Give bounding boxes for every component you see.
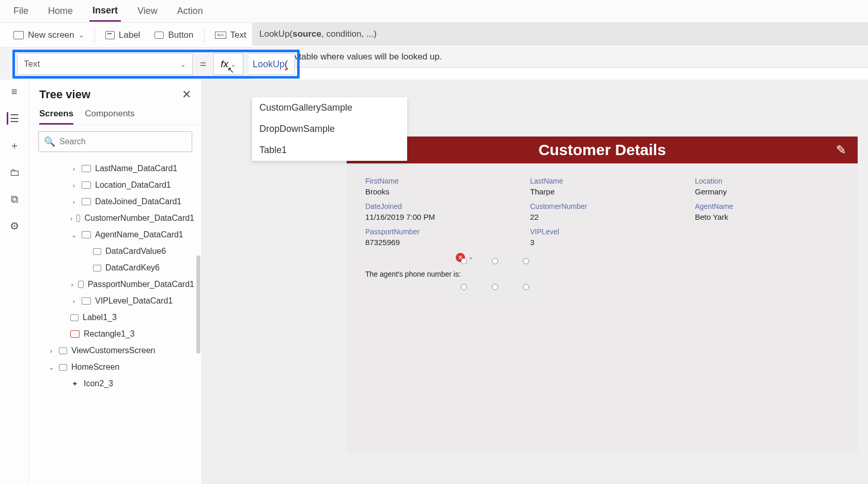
field-label: VIPLevel [530, 228, 674, 236]
formula-fn: LookUp [253, 59, 285, 70]
label-text: Label [119, 30, 141, 40]
tree-node[interactable]: ›ViewCustomersScreen [33, 342, 197, 359]
search-input[interactable] [59, 137, 187, 146]
menu-view[interactable]: View [134, 2, 161, 21]
expand-icon[interactable]: › [70, 281, 74, 289]
tree-node-label: PassportNumber_DataCard1 [88, 280, 194, 289]
app-preview: ‹ Customer Details ✎ FirstNameBrooksLast… [347, 137, 858, 453]
tree-node[interactable]: ›PassportNumber_DataCard1 [33, 276, 197, 293]
separator [95, 28, 95, 42]
resize-handle[interactable] [492, 284, 498, 290]
field-value: 87325969 [365, 238, 509, 247]
tree-node[interactable]: ›LastName_DataCard1 [33, 160, 197, 177]
button-label: Button [168, 30, 193, 40]
formula-input[interactable]: LookUp( [249, 53, 295, 75]
data-rail-icon[interactable]: 🗀 [8, 166, 21, 178]
screen-icon [59, 364, 67, 371]
menu-action[interactable]: Action [174, 2, 206, 21]
field-label: Location [695, 177, 839, 185]
menu-insert[interactable]: Insert [89, 1, 121, 22]
selected-control[interactable]: ✕ ⌄ [464, 261, 526, 287]
hamburger-icon[interactable]: ≡ [11, 86, 18, 98]
tree-node[interactable]: ›Location_DataCard1 [33, 177, 197, 193]
menu-bar: File Home Insert View Action [0, 0, 868, 23]
menu-home[interactable]: Home [45, 2, 76, 21]
label-button[interactable]: Label [98, 27, 148, 43]
sig-pre: LookUp( [259, 29, 292, 39]
resize-handle[interactable] [492, 258, 498, 264]
scrollbar-thumb[interactable] [196, 255, 200, 354]
fx-button[interactable]: fx ⌄ [213, 53, 243, 75]
resize-handle[interactable] [461, 258, 467, 264]
close-icon[interactable]: ✕ [182, 88, 191, 101]
form-grid: FirstNameBrooksLastNameTharpeLocationGer… [347, 163, 858, 252]
tree-node[interactable]: DataCardKey6 [33, 260, 197, 276]
form-field: CustomerNumber22 [530, 202, 674, 221]
body: ≡ ☰ ＋ 🗀 ⧉ ⚙ Tree view ✕ Screens Componen… [0, 80, 868, 484]
resize-handle[interactable] [461, 284, 467, 290]
card-icon [82, 182, 91, 189]
suggest-option[interactable]: Table1 [252, 140, 407, 161]
card-icon [82, 198, 91, 205]
menu-file[interactable]: File [10, 2, 32, 21]
expand-icon[interactable]: › [70, 215, 72, 222]
tree-node[interactable]: Label1_3 [33, 309, 197, 326]
tree-node-label: DateJoined_DataCard1 [95, 197, 181, 206]
field-label: AgentName [695, 202, 839, 210]
tab-components[interactable]: Components [85, 104, 134, 125]
tutorial-highlight: Text ⌄ = fx ⌄ LookUp( [12, 50, 300, 79]
property-name: Text [24, 59, 40, 69]
suggest-option[interactable]: CustomGallerySample [252, 97, 407, 118]
resize-handle[interactable] [523, 258, 529, 264]
new-screen-button[interactable]: New screen ⌄ [6, 27, 91, 43]
expand-icon[interactable]: › [70, 198, 78, 206]
expand-icon[interactable]: › [70, 182, 78, 189]
tree-node[interactable]: ⌄AgentName_DataCard1 [33, 226, 197, 243]
tree-node[interactable]: ⌄HomeScreen [33, 359, 197, 375]
chevron-down-icon[interactable]: ⌄ [468, 253, 474, 261]
tree-node-label: Rectangle1_3 [84, 329, 135, 339]
app-title: Customer Details [538, 141, 666, 159]
collapse-icon[interactable]: ⌄ [70, 231, 78, 239]
tree-node[interactable]: ›VIPLevel_DataCard1 [33, 293, 197, 309]
chevron-down-icon: ⌄ [230, 61, 236, 68]
tree-view-rail-icon[interactable]: ☰ [7, 112, 21, 125]
tree-node[interactable]: ›CustomerNumber_DataCard1 [33, 210, 197, 226]
property-selector[interactable]: Text ⌄ [17, 53, 193, 75]
chevron-down-icon: ⌄ [79, 31, 84, 39]
tab-screens[interactable]: Screens [39, 104, 73, 125]
card-icon [82, 297, 91, 305]
tree-node-label: VIPLevel_DataCard1 [95, 296, 173, 306]
label-icon [93, 265, 101, 271]
tree-node[interactable]: Rectangle1_3 [33, 326, 197, 342]
equals-sign: = [198, 58, 208, 70]
settings-rail-icon[interactable]: ⚙ [8, 220, 21, 232]
button-button[interactable]: Button [147, 27, 200, 43]
expand-icon[interactable]: › [48, 347, 55, 355]
formula-paren: ( [285, 59, 288, 70]
edit-icon[interactable]: ✎ [836, 143, 846, 157]
tree-node[interactable]: ✦Icon2_3 [33, 375, 197, 392]
expand-icon[interactable]: › [70, 297, 78, 305]
field-value: 22 [530, 213, 674, 221]
field-label: FirstName [365, 177, 509, 185]
card-icon [82, 231, 91, 238]
button-icon [154, 32, 164, 39]
expand-icon[interactable]: › [70, 165, 78, 173]
text-icon: Abc [215, 32, 226, 39]
suggest-option[interactable]: DropDownSample [252, 118, 407, 140]
collapse-icon[interactable]: ⌄ [48, 364, 55, 371]
form-field: AgentNameBeto Yark [695, 202, 839, 221]
tree-tabs: Screens Components [29, 104, 202, 125]
form-field: PassportNumber87325969 [365, 228, 509, 247]
form-field: FirstNameBrooks [365, 177, 509, 196]
search-box[interactable]: 🔍 [38, 131, 192, 152]
tree-node[interactable]: ›DateJoined_DataCard1 [33, 193, 197, 210]
screen-icon [59, 347, 67, 354]
resize-handle[interactable] [523, 284, 529, 290]
label-icon [70, 314, 79, 321]
media-rail-icon[interactable]: ⧉ [8, 193, 21, 205]
tree-node[interactable]: DataCardValue6 [33, 243, 197, 260]
tree-node-label: DataCardValue6 [105, 247, 166, 256]
insert-rail-icon[interactable]: ＋ [8, 139, 21, 152]
